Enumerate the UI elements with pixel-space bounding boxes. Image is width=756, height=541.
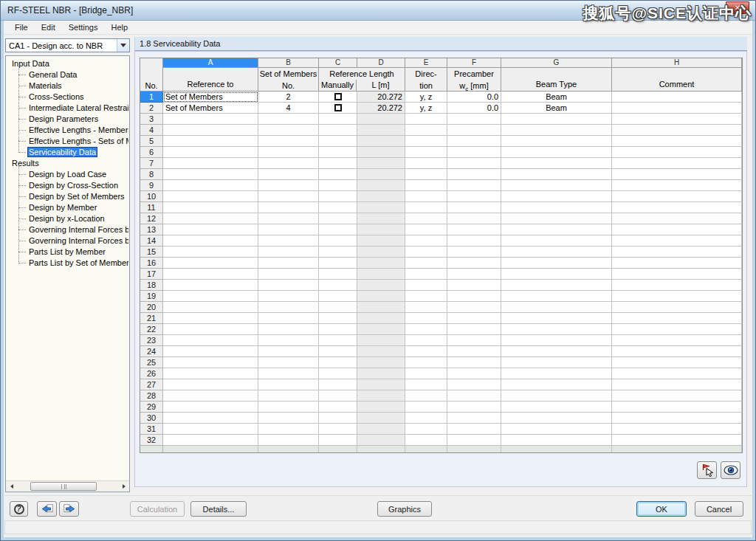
row-number-5[interactable]: 5 <box>140 136 163 147</box>
tree-item-design-by-x-location[interactable]: Design by x-Location <box>18 213 128 224</box>
cell-comment[interactable] <box>612 346 742 357</box>
row-number-28[interactable]: 28 <box>140 390 163 402</box>
cell-manually[interactable] <box>319 180 357 191</box>
cell-beam-type[interactable] <box>501 280 612 291</box>
help-button[interactable]: ? <box>10 501 28 517</box>
tree-item-design-by-set-of-members[interactable]: Design by Set of Members <box>18 191 128 202</box>
tree-item-design-by-member[interactable]: Design by Member <box>18 202 128 213</box>
cell-set-of-members-no[interactable] <box>258 213 319 224</box>
cell-set-of-members-no[interactable] <box>258 235 319 247</box>
cell-comment[interactable] <box>612 258 742 269</box>
cell-direction[interactable] <box>405 357 447 368</box>
cell-beam-type[interactable] <box>501 224 612 235</box>
cell-precamber[interactable] <box>447 247 501 258</box>
row-number-31[interactable]: 31 <box>140 424 163 435</box>
cell-comment[interactable] <box>612 368 742 379</box>
cell-direction[interactable] <box>405 390 447 402</box>
cell-comment[interactable] <box>612 357 742 368</box>
cell-set-of-members-no[interactable] <box>258 125 319 136</box>
row-number-9[interactable]: 9 <box>140 180 163 191</box>
cell-manually[interactable] <box>319 258 357 269</box>
cell-manually[interactable] <box>319 247 357 258</box>
cell-set-of-members-no[interactable] <box>258 424 319 435</box>
cell-precamber[interactable] <box>447 191 501 202</box>
cell-direction[interactable] <box>405 413 447 424</box>
cell-set-of-members-no[interactable] <box>258 357 319 368</box>
cell-manually[interactable] <box>319 313 357 324</box>
scroll-right-button[interactable] <box>118 481 129 492</box>
cell-direction[interactable] <box>405 235 447 247</box>
cell-manually[interactable] <box>319 169 357 180</box>
cell-direction[interactable] <box>405 368 447 379</box>
cell-set-of-members-no[interactable] <box>258 247 319 258</box>
cell-beam-type[interactable] <box>501 291 612 302</box>
cell-set-of-members-no[interactable] <box>258 346 319 357</box>
column-letter-g[interactable]: G <box>501 58 612 68</box>
tree-item-general-data[interactable]: General Data <box>18 69 128 80</box>
column-letter-f[interactable]: F <box>447 58 501 68</box>
cell-precamber[interactable] <box>447 291 501 302</box>
cell-manually[interactable] <box>319 302 357 313</box>
cell-direction[interactable]: y, z <box>405 92 447 103</box>
cell-beam-type[interactable] <box>501 346 612 357</box>
cell-manually[interactable] <box>319 147 357 158</box>
cell-manually[interactable] <box>319 346 357 357</box>
cell-comment[interactable] <box>612 180 742 191</box>
cell-manually[interactable] <box>319 324 357 335</box>
cell-comment[interactable] <box>612 92 742 103</box>
cell-reference-to[interactable] <box>163 169 258 180</box>
row-number-13[interactable]: 13 <box>140 224 163 235</box>
cell-beam-type[interactable] <box>501 202 612 213</box>
cell-direction[interactable] <box>405 335 447 346</box>
cell-comment[interactable] <box>612 280 742 291</box>
cell-direction[interactable] <box>405 424 447 435</box>
row-number-21[interactable]: 21 <box>140 313 163 324</box>
cell-reference-to[interactable] <box>163 235 258 247</box>
cell-direction[interactable] <box>405 180 447 191</box>
cell-direction[interactable] <box>405 324 447 335</box>
cell-reference-to[interactable] <box>163 346 258 357</box>
cell-direction[interactable] <box>405 125 447 136</box>
cell-manually[interactable] <box>319 191 357 202</box>
cell-reference-to[interactable]: Set of Members <box>163 103 258 114</box>
cell-reference-to[interactable] <box>163 136 258 147</box>
cell-manually[interactable] <box>319 136 357 147</box>
cell-precamber[interactable] <box>447 435 501 446</box>
cell-beam-type[interactable] <box>501 302 612 313</box>
cell-reference-to[interactable] <box>163 125 258 136</box>
graphics-button[interactable]: Graphics <box>377 501 432 517</box>
cell-precamber[interactable] <box>447 324 501 335</box>
cell-manually[interactable] <box>319 269 357 280</box>
cell-precamber[interactable] <box>447 258 501 269</box>
cell-manually[interactable] <box>319 413 357 424</box>
column-letter-c[interactable]: C <box>319 58 357 68</box>
row-number-14[interactable]: 14 <box>140 235 163 247</box>
pick-members-button[interactable] <box>697 461 717 479</box>
cell-precamber[interactable] <box>447 413 501 424</box>
cell-set-of-members-no[interactable] <box>258 435 319 446</box>
cell-precamber[interactable] <box>447 390 501 402</box>
cell-manually[interactable] <box>319 357 357 368</box>
cell-precamber[interactable] <box>447 180 501 191</box>
cell-set-of-members-no[interactable] <box>258 147 319 158</box>
row-number-20[interactable]: 20 <box>140 302 163 313</box>
cell-set-of-members-no[interactable]: 2 <box>258 92 319 103</box>
cell-precamber[interactable] <box>447 357 501 368</box>
cell-manually[interactable] <box>319 103 357 114</box>
cell-precamber[interactable] <box>447 346 501 357</box>
cell-direction[interactable]: y, z <box>405 103 447 114</box>
tree-item-cross-sections[interactable]: Cross-Sections <box>18 92 128 103</box>
cell-precamber[interactable]: 0.0 <box>447 92 501 103</box>
cell-direction[interactable] <box>405 280 447 291</box>
cell-direction[interactable] <box>405 346 447 357</box>
cell-direction[interactable] <box>405 114 447 125</box>
cell-beam-type[interactable] <box>501 413 612 424</box>
cell-beam-type[interactable] <box>501 335 612 346</box>
column-letter-e[interactable]: E <box>405 58 447 68</box>
cell-reference-to[interactable] <box>163 313 258 324</box>
row-number-2[interactable]: 2 <box>140 103 163 114</box>
cell-precamber[interactable] <box>447 125 501 136</box>
cell-direction[interactable] <box>405 202 447 213</box>
tree-item-design-by-load-case[interactable]: Design by Load Case <box>18 169 128 180</box>
manually-checkbox[interactable] <box>334 104 342 111</box>
